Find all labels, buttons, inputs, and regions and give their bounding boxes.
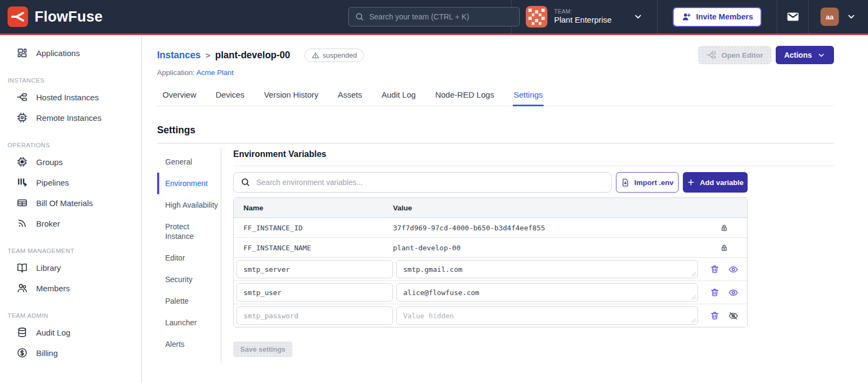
settings-nav-high-availability[interactable]: High Availability: [157, 194, 221, 216]
members-icon: [16, 282, 28, 294]
team-label: TEAM:: [554, 8, 627, 15]
env-var-value: 37f7d969-97cd-4000-b650-b3d4f4eef855: [393, 224, 701, 232]
team-name: Plant Enterprise: [554, 15, 627, 25]
application-link[interactable]: Acme Plant: [196, 69, 234, 77]
sidebar: Applications INSTANCES Hosted Instances …: [0, 35, 142, 383]
tab-assets[interactable]: Assets: [337, 86, 363, 106]
team-meta: TEAM: Plant Enterprise: [554, 8, 627, 25]
env-var-name: FF_INSTANCE_ID: [234, 224, 393, 232]
delete-variable-button[interactable]: [710, 288, 720, 297]
table-row: [234, 258, 747, 281]
user-menu[interactable]: aa: [808, 0, 868, 33]
tab-version-history[interactable]: Version History: [263, 86, 319, 106]
settings-nav-environment[interactable]: Environment: [157, 173, 221, 194]
section-divider: [233, 166, 834, 166]
warning-triangle-icon: [311, 51, 320, 59]
import-env-button[interactable]: Import .env: [616, 172, 679, 193]
status-badge: suspended: [304, 49, 364, 62]
sidebar-item-label: Bill Of Materials: [36, 199, 93, 208]
sidebar-item-billing[interactable]: Billing: [0, 343, 141, 363]
sidebar-section-label: INSTANCES: [0, 77, 141, 85]
open-editor-button[interactable]: Open Editor: [698, 46, 771, 64]
sidebar-item-applications[interactable]: Applications: [0, 43, 141, 63]
settings-nav-security[interactable]: Security: [157, 269, 221, 290]
eye-off-icon[interactable]: [728, 311, 738, 321]
sidebar-item-bill-of-materials[interactable]: Bill Of Materials: [0, 193, 141, 213]
add-variable-label: Add variable: [700, 179, 743, 187]
chevron-down-icon: [633, 12, 643, 22]
billing-icon: [16, 347, 28, 359]
document-download-icon: [621, 178, 630, 187]
user-plus-icon: [681, 12, 691, 22]
status-badge-label: suspended: [323, 51, 357, 59]
env-var-name-input[interactable]: [236, 260, 393, 278]
editor-node-icon: [706, 50, 717, 60]
sidebar-item-label: Audit Log: [36, 328, 70, 337]
sidebar-item-label: Hosted Instances: [36, 93, 99, 102]
audit-log-icon: [16, 326, 28, 338]
sidebar-item-broker[interactable]: Broker: [0, 213, 141, 234]
settings-nav-palette[interactable]: Palette: [157, 290, 221, 312]
tab-audit-log[interactable]: Audit Log: [381, 86, 416, 106]
flowfuse-logo-icon: [8, 6, 28, 27]
delete-variable-button[interactable]: [710, 264, 720, 274]
save-settings-button[interactable]: Save settings: [233, 341, 293, 357]
env-var-name-input[interactable]: [236, 283, 393, 302]
settings-nav: General Environment High Availability Pr…: [157, 148, 221, 364]
settings-nav-launcher[interactable]: Launcher: [157, 312, 221, 333]
search-icon: [355, 12, 364, 22]
team-selector[interactable]: TEAM: Plant Enterprise: [511, 0, 657, 33]
add-variable-button[interactable]: Add variable: [683, 172, 748, 193]
sidebar-item-hosted-instances[interactable]: Hosted Instances: [0, 87, 141, 107]
sidebar-item-remote-instances[interactable]: Remote Instances: [0, 107, 141, 128]
envelope-icon: [786, 10, 800, 24]
env-var-name-input[interactable]: [236, 306, 393, 325]
settings-nav-editor[interactable]: Editor: [157, 247, 221, 269]
eye-icon[interactable]: [728, 264, 738, 275]
sidebar-item-pipelines[interactable]: Pipelines: [0, 172, 141, 193]
application-line: Application: Acme Plant: [157, 69, 834, 77]
tab-node-red-logs[interactable]: Node-RED Logs: [435, 86, 494, 106]
env-var-value-input[interactable]: [396, 260, 698, 278]
eye-icon[interactable]: [728, 288, 738, 298]
avatar: aa: [820, 8, 839, 26]
chevron-down-icon: [817, 51, 825, 59]
lock-icon: [720, 223, 729, 232]
settings-nav-general[interactable]: General: [157, 151, 221, 173]
settings-nav-alerts[interactable]: Alerts: [157, 333, 221, 355]
env-var-value-input[interactable]: [396, 306, 698, 325]
invite-members-label: Invite Members: [696, 12, 753, 21]
actions-button[interactable]: Actions: [776, 46, 834, 64]
env-var-value-input[interactable]: [396, 283, 698, 302]
tab-settings[interactable]: Settings: [513, 86, 543, 106]
delete-variable-button[interactable]: [710, 311, 720, 320]
sidebar-item-groups[interactable]: Groups: [0, 152, 141, 172]
sidebar-item-label: Groups: [36, 158, 63, 167]
chevron-down-icon: [846, 12, 856, 22]
tab-overview[interactable]: Overview: [162, 86, 197, 106]
table-row: FF_INSTANCE_NAME plant-develop-00: [234, 238, 747, 258]
sidebar-item-label: Remote Instances: [36, 113, 101, 122]
breadcrumb-current: plant-develop-00: [215, 50, 290, 61]
breadcrumb-instances-link[interactable]: Instances: [157, 50, 201, 61]
tab-devices[interactable]: Devices: [215, 86, 245, 106]
sidebar-section-label: TEAM MANAGEMENT: [0, 248, 141, 255]
remote-instances-icon: [16, 112, 28, 124]
sidebar-item-library[interactable]: Library: [0, 257, 141, 278]
navbar-right: TEAM: Plant Enterprise Invite Members aa: [511, 0, 868, 33]
column-header-name: Name: [234, 204, 393, 212]
invite-members-cell: Invite Members: [657, 0, 777, 33]
sidebar-item-label: Applications: [36, 49, 80, 58]
sidebar-item-audit-log[interactable]: Audit Log: [0, 322, 141, 343]
invite-members-button[interactable]: Invite Members: [673, 7, 762, 27]
settings-nav-protect-instance[interactable]: Protect Instance: [157, 216, 221, 247]
table-header: Name Value: [234, 198, 747, 218]
applications-icon: [16, 47, 28, 59]
search-icon: [240, 177, 250, 187]
environment-panel: Environment Variables Import .env: [221, 148, 834, 364]
notifications-button[interactable]: [777, 0, 808, 33]
env-search-input[interactable]: [233, 172, 612, 193]
global-search-input[interactable]: [348, 7, 520, 26]
sidebar-item-label: Billing: [36, 348, 58, 358]
sidebar-item-members[interactable]: Members: [0, 278, 141, 298]
